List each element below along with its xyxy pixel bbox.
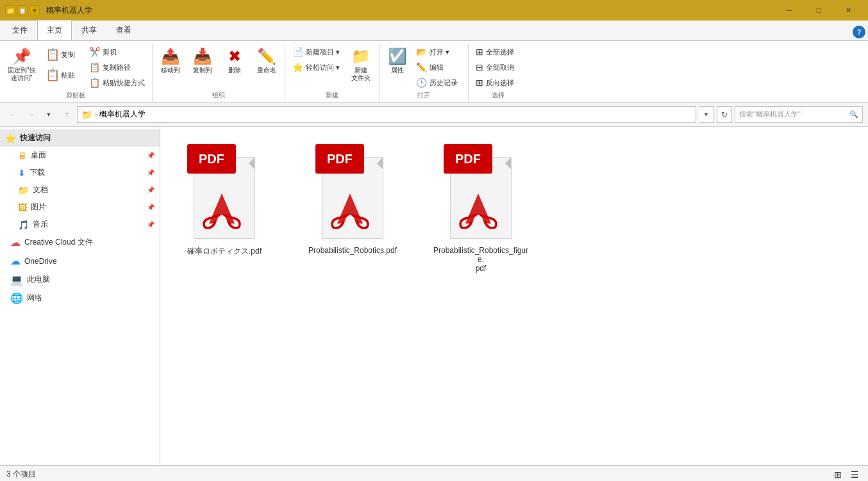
sidebar-item-desktop[interactable]: 🖥 桌面 📌 <box>0 147 160 164</box>
organize-label: 组织 <box>212 90 225 102</box>
edit-label: 编辑 <box>430 63 444 72</box>
select-none-button[interactable]: ⊟ 全部取消 <box>472 60 524 74</box>
select-all-icon: ⊞ <box>476 47 483 57</box>
up-button[interactable]: ↑ <box>59 107 74 122</box>
ribbon-group-organize: 📤 移动到 📥 复制到 ✖ 删除 ✏️ 重命名 组织 <box>153 44 285 102</box>
pics-label: 图片 <box>31 202 46 213</box>
sidebar-item-music[interactable]: 🎵 音乐 📌 <box>0 216 160 233</box>
path-dropdown-button[interactable]: ▼ <box>699 106 714 123</box>
sidebar-item-thispc[interactable]: 💻 此电脑 <box>0 270 160 289</box>
pdf-icon-3: PDF <box>442 143 519 239</box>
recent-button[interactable]: ▼ <box>41 107 56 122</box>
ribbon: 📌 固定到"快速访问" 📋 复制 📋 粘贴 ✂️ 剪切 <box>0 41 868 102</box>
address-bar: ← → ▼ ↑ 📁 › 概率机器人学 ▼ ↻ 搜索"概率机器人学" 🔍 <box>0 102 868 127</box>
sidebar-item-network[interactable]: 🌐 网络 <box>0 289 160 307</box>
sidebar-item-docs[interactable]: 📁 文档 📌 <box>0 181 160 199</box>
tab-file[interactable]: 文件 <box>3 20 37 40</box>
paste-shortcut-label: 粘贴快捷方式 <box>103 78 145 88</box>
new-folder-button[interactable]: 📁 新建文件夹 <box>347 45 375 85</box>
status-bar: 3 个项目 ⊞ ☰ <box>0 465 868 481</box>
sidebar-item-creative-cloud[interactable]: ☁ Creative Cloud 文件 <box>0 233 160 252</box>
clipboard-content: 📌 固定到"快速访问" 📋 复制 📋 粘贴 ✂️ 剪切 <box>4 45 148 90</box>
path-text: 概率机器人学 <box>99 109 146 120</box>
ribbon-group-select: ⊞ 全部选择 ⊟ 全部取消 ⊞ 反向选择 选择 <box>469 44 528 102</box>
sidebar-item-onedrive[interactable]: ☁ OneDrive <box>0 252 160 270</box>
path-chevron: › <box>95 111 97 118</box>
minimize-button[interactable]: ─ <box>774 0 804 20</box>
copy-button[interactable]: 📋 复制 <box>42 45 81 64</box>
select-label: 选择 <box>492 90 505 102</box>
paste-button[interactable]: 📋 粘贴 <box>42 65 81 85</box>
back-button[interactable]: ← <box>5 107 21 122</box>
history-button[interactable]: 🕒 历史记录 <box>413 76 464 90</box>
moveto-button[interactable]: 📤 移动到 <box>156 45 185 77</box>
file-area: PDF 確率ロボティクス.pdf <box>160 127 868 465</box>
file-item-3[interactable]: PDF Probabilistic_Robotics_figure. pdf <box>430 140 532 273</box>
moveto-icon: 📤 <box>161 47 180 65</box>
rename-button[interactable]: ✏️ 重命名 <box>253 45 281 77</box>
new-item-button[interactable]: 📄 新建项目 ▾ <box>289 45 343 59</box>
delete-button[interactable]: ✖ 删除 <box>221 45 249 77</box>
quickaccess-label: 快速访问 <box>20 133 51 143</box>
open-button[interactable]: 📂 打开 ▾ <box>413 45 464 59</box>
search-box[interactable]: 搜索"概率机器人学" 🔍 <box>735 106 863 123</box>
new-folder-icon: 📁 <box>351 47 371 65</box>
title-bar-controls: ─ □ ✕ <box>774 0 863 20</box>
maximize-button[interactable]: □ <box>804 0 833 20</box>
tab-home[interactable]: 主页 <box>37 20 72 40</box>
ribbon-group-open: ☑️ 属性 📂 打开 ▾ ✏️ 编辑 🕒 历史记录 打开 <box>380 44 469 102</box>
open-label: 打开 ▾ <box>430 47 449 57</box>
close-button[interactable]: ✕ <box>833 0 863 20</box>
select-content: ⊞ 全部选择 ⊟ 全部取消 ⊞ 反向选择 <box>472 45 524 90</box>
sidebar-item-quickaccess[interactable]: ⭐ 快速访问 <box>0 129 160 147</box>
pc-icon: 💻 <box>10 273 23 286</box>
moveto-label: 移动到 <box>161 67 180 74</box>
network-label: 网络 <box>27 293 42 304</box>
desktop-pin: 📌 <box>147 152 154 159</box>
address-path[interactable]: 📁 › 概率机器人学 <box>77 106 696 123</box>
history-label: 历史记录 <box>430 78 458 88</box>
acrobat-symbol-2 <box>328 188 372 230</box>
select-all-button[interactable]: ⊞ 全部选择 <box>472 45 524 59</box>
new-content: 📄 新建项目 ▾ ⭐ 轻松访问 ▾ 📁 新建文件夹 <box>289 45 375 90</box>
cut-button[interactable]: ✂️ 剪切 <box>86 45 148 59</box>
edit-button[interactable]: ✏️ 编辑 <box>413 60 464 74</box>
invert-select-button[interactable]: ⊞ 反向选择 <box>472 76 524 90</box>
file-name-2: Probabilistic_Robotics.pdf <box>308 246 397 255</box>
acrobat-symbol-1 <box>200 188 244 230</box>
invert-select-icon: ⊞ <box>476 77 483 88</box>
sidebar-item-pics[interactable]: 🖼 图片 📌 <box>0 199 160 216</box>
list-view-button[interactable]: ☰ <box>847 468 862 482</box>
file-item-2[interactable]: PDF Probabilistic_Robotics.pdf <box>301 140 404 255</box>
copy-path-icon: 📋 <box>89 62 100 72</box>
paste-shortcut-button[interactable]: 📋 粘贴快捷方式 <box>86 76 148 90</box>
tab-view[interactable]: 查看 <box>106 20 141 40</box>
forward-button[interactable]: → <box>23 107 38 122</box>
pin-button[interactable]: 📌 固定到"快速访问" <box>4 45 40 85</box>
select-all-label: 全部选择 <box>486 47 514 57</box>
pin-label: 固定到"快速访问" <box>8 67 36 82</box>
docs-label: 文档 <box>33 184 48 195</box>
file-name-3: Probabilistic_Robotics_figure. pdf <box>433 246 529 273</box>
select-none-label: 全部取消 <box>486 63 514 72</box>
title-bar: 📁 📋 ▼ 概率机器人学 ─ □ ✕ <box>0 0 868 20</box>
desktop-icon: 🖥 <box>18 151 27 161</box>
refresh-button[interactable]: ↻ <box>717 106 732 123</box>
help-button[interactable]: ? <box>853 26 865 38</box>
tab-share[interactable]: 共享 <box>72 20 106 40</box>
copyto-button[interactable]: 📥 复制到 <box>188 45 217 77</box>
properties-button[interactable]: ☑️ 属性 <box>383 45 412 77</box>
paste-shortcut-icon: 📋 <box>89 77 100 88</box>
file-item-1[interactable]: PDF 確率ロボティクス.pdf <box>173 140 276 257</box>
history-icon: 🕒 <box>416 77 427 88</box>
easy-access-button[interactable]: ⭐ 轻松访问 ▾ <box>289 60 343 74</box>
title-icon-1: 📁 <box>5 5 15 15</box>
copyto-icon: 📥 <box>193 47 212 65</box>
copy-path-button[interactable]: 📋 复制路径 <box>86 60 148 74</box>
music-pin: 📌 <box>147 221 154 228</box>
sidebar-item-download[interactable]: ⬇ 下载 📌 <box>0 164 160 181</box>
sidebar: ⭐ 快速访问 🖥 桌面 📌 ⬇ 下载 📌 📁 文档 📌 🖼 图片 📌 🎵 音乐 … <box>0 127 160 465</box>
cut-icon: ✂️ <box>89 47 100 57</box>
thumbnail-view-button[interactable]: ⊞ <box>831 468 845 482</box>
pdf-icon-2: PDF <box>314 143 391 239</box>
